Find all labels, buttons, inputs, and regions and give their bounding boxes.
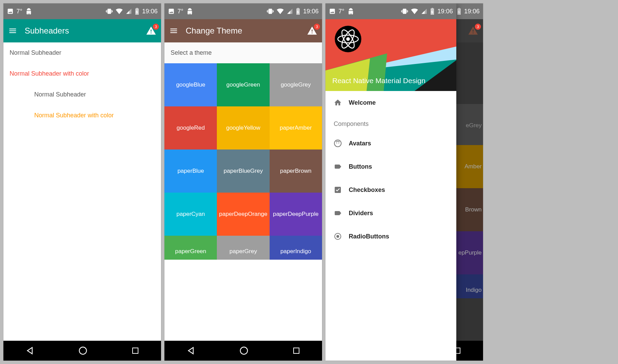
- radio-icon: [334, 232, 349, 240]
- drawer-item-label: Welcome: [349, 99, 376, 106]
- theme-tile-paperIndigo[interactable]: paperIndigo: [270, 236, 322, 260]
- theme-tile-googleBlue[interactable]: googleBlue: [164, 63, 217, 106]
- badge-count: 3: [475, 24, 481, 30]
- subheader-inset-color: Normal Subheader with color: [3, 105, 161, 126]
- status-temp: 7°: [16, 8, 22, 15]
- badge-count: 3: [153, 24, 159, 30]
- wifi-icon: [276, 8, 284, 15]
- content-area: Normal Subheader Normal Subheader with c…: [3, 42, 161, 341]
- peek-tile[interactable]: eGrey: [456, 104, 483, 147]
- drawer-item-buttons[interactable]: Buttons: [325, 155, 456, 178]
- status-bar: 7° 19:06: [325, 3, 456, 19]
- battery-icon: [430, 8, 435, 15]
- theme-tile-paperGreen[interactable]: paperGreen: [164, 236, 217, 260]
- status-time: 19:06: [464, 8, 480, 15]
- image-icon: [168, 8, 175, 15]
- subheader-normal: Normal Subheader: [3, 42, 161, 63]
- android-icon: [347, 8, 355, 15]
- theme-tile-paperCyan[interactable]: paperCyan: [164, 193, 217, 236]
- android-icon: [186, 8, 194, 15]
- peek-tile[interactable]: Brown: [456, 188, 483, 231]
- home-icon[interactable]: [78, 346, 88, 355]
- peek-tile[interactable]: Amber: [456, 145, 483, 188]
- menu-button[interactable]: [8, 26, 17, 35]
- drawer-item-dividers[interactable]: Dividers: [325, 202, 456, 225]
- theme-tile-paperDeepPurple[interactable]: paperDeepPurple: [270, 193, 322, 236]
- peek-tile[interactable]: Indigo: [456, 274, 483, 298]
- back-icon[interactable]: [25, 346, 35, 355]
- theme-tile-googleRed[interactable]: googleRed: [164, 106, 217, 150]
- phone-drawer: 7° 19:06 3 eGrey Amber Brown epPurple In…: [325, 3, 483, 361]
- theme-tile-googleGreen[interactable]: googleGreen: [217, 63, 269, 106]
- back-icon[interactable]: [186, 346, 196, 355]
- theme-tile-googleYellow[interactable]: googleYellow: [217, 106, 269, 150]
- checkbox-icon: [334, 186, 349, 194]
- svg-rect-3: [294, 348, 299, 353]
- hamburger-icon: [8, 26, 17, 35]
- status-temp: 7°: [338, 8, 344, 15]
- drawer-item-checkboxes[interactable]: Checkboxes: [325, 178, 456, 202]
- hamburger-icon: [169, 26, 178, 35]
- label-icon: [334, 162, 349, 171]
- vibrate-icon: [267, 8, 274, 15]
- home-icon[interactable]: [239, 346, 249, 355]
- drawer-item-label: RadioButtons: [349, 233, 389, 240]
- peek-tile[interactable]: epPurple: [456, 231, 483, 274]
- battery-icon: [296, 8, 300, 15]
- recents-icon[interactable]: [131, 347, 139, 355]
- drawer-header: React Native Material Design: [325, 19, 456, 91]
- svg-point-17: [338, 143, 339, 143]
- app-bar: Change Theme 3: [164, 19, 322, 42]
- drawer-item-welcome[interactable]: Welcome: [325, 91, 456, 114]
- android-icon: [25, 8, 33, 15]
- warning-button[interactable]: 3: [468, 26, 478, 36]
- svg-point-0: [79, 347, 86, 354]
- theme-tile-paperBlue[interactable]: paperBlue: [164, 150, 217, 193]
- theme-tile-googleGrey[interactable]: googleGrey: [270, 63, 322, 106]
- theme-tile-paperBlueGrey[interactable]: paperBlueGrey: [217, 150, 269, 193]
- vibrate-icon: [106, 8, 113, 15]
- theme-tile-paperGrey[interactable]: paperGrey: [217, 236, 269, 260]
- battery-icon: [135, 8, 139, 15]
- drawer-item-avatars[interactable]: Avatars: [325, 132, 456, 155]
- app-bar: Subheaders 3: [3, 19, 161, 42]
- react-logo-icon: [333, 24, 363, 54]
- theme-tile-paperAmber[interactable]: paperAmber: [270, 106, 322, 150]
- phone-subheaders: 7° 19:06 Subheaders 3 Normal Subheader N…: [3, 3, 161, 361]
- drawer-item-label: Avatars: [349, 140, 371, 147]
- subheader-inset: Normal Subheader: [3, 84, 161, 105]
- status-time: 19:06: [142, 8, 158, 15]
- section-subheader: Select a theme: [164, 42, 322, 63]
- battery-icon: [457, 8, 461, 15]
- drawer-item-label: Checkboxes: [349, 186, 385, 194]
- status-bar: 7° 19:06: [164, 3, 322, 19]
- drawer-item-radiobuttons[interactable]: RadioButtons: [325, 225, 456, 248]
- menu-button[interactable]: [169, 26, 178, 35]
- image-icon: [7, 8, 14, 15]
- status-time: 19:06: [303, 8, 319, 15]
- recents-icon[interactable]: [292, 347, 300, 355]
- svg-point-16: [336, 143, 337, 143]
- warning-button[interactable]: 3: [307, 26, 317, 36]
- badge-count: 3: [314, 24, 320, 30]
- home-icon: [334, 99, 349, 107]
- face-icon: [334, 139, 349, 147]
- drawer-item-label: Buttons: [349, 163, 372, 170]
- theme-tile-paperDeepOrange[interactable]: paperDeepOrange: [217, 193, 269, 236]
- android-nav-bar: [164, 341, 322, 361]
- image-icon: [329, 8, 336, 15]
- content-area: Select a theme googleBluegoogleGreengoog…: [164, 42, 322, 341]
- svg-point-11: [346, 37, 350, 41]
- warning-button[interactable]: 3: [146, 26, 156, 36]
- vibrate-icon: [401, 8, 408, 15]
- status-bar: 7° 19:06: [3, 3, 161, 19]
- status-temp: 7°: [177, 8, 183, 15]
- appbar-title: Change Theme: [186, 26, 307, 36]
- signal-icon: [421, 8, 427, 14]
- navigation-drawer: 7° 19:06: [325, 3, 456, 361]
- theme-tile-paperBrown[interactable]: paperBrown: [270, 150, 322, 193]
- theme-grid: googleBluegoogleGreengoogleGreygoogleRed…: [164, 63, 322, 260]
- status-time: 19:06: [437, 8, 453, 15]
- drawer-subheader: Components: [325, 114, 456, 132]
- signal-icon: [126, 8, 132, 14]
